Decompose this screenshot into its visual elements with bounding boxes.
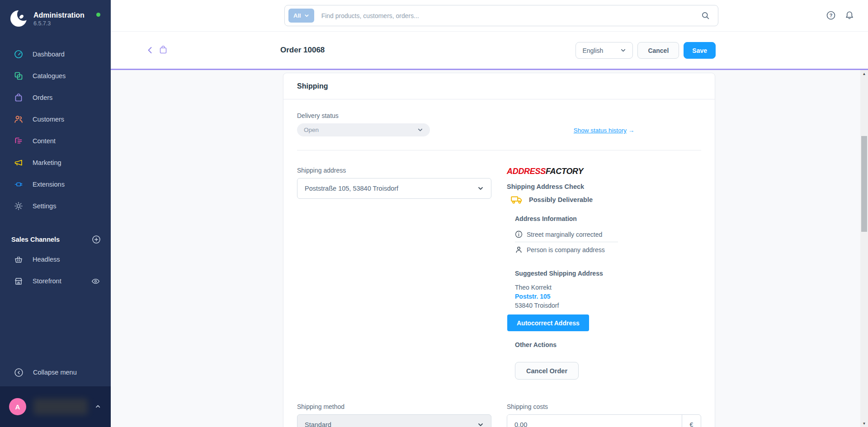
sidebar-item-label: Content bbox=[33, 137, 56, 145]
collapse-menu-label: Collapse menu bbox=[33, 369, 77, 376]
sidebar-item-headless[interactable]: Headless bbox=[0, 249, 111, 270]
sidebar: Administration 6.5.7.3 Dashboard Catalog… bbox=[0, 0, 111, 427]
addressfactory-logo-part1: ADDRESS bbox=[507, 167, 546, 176]
global-search: All bbox=[284, 5, 718, 26]
shipping-card-body: Delivery status Open Show status history… bbox=[283, 99, 715, 427]
addressfactory-panel: ADDRESSFACTORY Shipping Address Check Po… bbox=[507, 167, 701, 380]
shopware-logo-icon bbox=[9, 9, 28, 28]
user-menu[interactable]: A bbox=[0, 386, 111, 427]
sidebar-item-extensions[interactable]: Extensions bbox=[0, 174, 111, 195]
chevron-down-icon bbox=[477, 422, 484, 427]
delivery-status-select[interactable]: Open bbox=[297, 123, 430, 136]
address-check-title: Shipping Address Check bbox=[507, 183, 701, 190]
shipping-address-row: Shipping address Poststraße 105, 53840 T… bbox=[297, 167, 701, 380]
topbar: All ? bbox=[111, 0, 868, 32]
sidebar-item-label: Marketing bbox=[33, 159, 61, 166]
marketing-icon bbox=[14, 158, 23, 167]
scrollbar-thumb[interactable] bbox=[861, 136, 867, 232]
autocorrect-address-button[interactable]: Autocorrect Address bbox=[507, 314, 589, 331]
cancel-button[interactable]: Cancel bbox=[637, 42, 679, 59]
link-arrow: → bbox=[628, 127, 635, 134]
sidebar-header: Administration 6.5.7.3 bbox=[0, 0, 111, 32]
shipping-method-label: Shipping method bbox=[297, 403, 491, 410]
app-title-block: Administration 6.5.7.3 bbox=[33, 9, 85, 27]
user-name-redacted bbox=[33, 399, 88, 415]
sidebar-item-label: Customers bbox=[33, 116, 64, 123]
show-status-history-link[interactable]: Show status history → bbox=[574, 127, 634, 134]
sidebar-item-label: Extensions bbox=[33, 181, 65, 188]
chevron-down-icon bbox=[417, 127, 423, 133]
sidebar-item-customers[interactable]: Customers bbox=[0, 108, 111, 130]
truck-icon bbox=[511, 195, 523, 204]
search-input[interactable] bbox=[321, 12, 694, 19]
address-information-title: Address Information bbox=[515, 215, 701, 222]
scroll-up-button[interactable]: ▲ bbox=[860, 70, 868, 77]
delivery-status-value: Open bbox=[304, 127, 319, 133]
shipping-address-label: Shipping address bbox=[297, 167, 491, 174]
sidebar-item-orders[interactable]: Orders bbox=[0, 87, 111, 108]
shipping-method-field: Shipping method Standard bbox=[297, 403, 491, 427]
show-status-history-label: Show status history bbox=[574, 127, 627, 134]
sidebar-item-settings[interactable]: Settings bbox=[0, 195, 111, 217]
search-icon[interactable] bbox=[701, 11, 710, 20]
storefront-icon bbox=[14, 277, 23, 286]
sales-channels-label: Sales Channels bbox=[11, 236, 60, 243]
shipping-address-select[interactable]: Poststraße 105, 53840 Troisdorf bbox=[297, 178, 491, 199]
scroll-down-button[interactable]: ▼ bbox=[860, 420, 868, 427]
sidebar-item-storefront[interactable]: Storefront bbox=[0, 270, 111, 292]
chevron-left-circle-icon bbox=[14, 368, 24, 377]
shipping-address-value: Poststraße 105, 53840 Troisdorf bbox=[305, 185, 398, 192]
smartbar-actions: English Cancel Save bbox=[576, 42, 716, 59]
shipping-address-field: Shipping address Poststraße 105, 53840 T… bbox=[297, 167, 491, 380]
suggested-city: 53840 Troisdorf bbox=[515, 301, 701, 310]
notifications-bell-icon[interactable] bbox=[844, 10, 854, 20]
address-information-section: Address Information Street marginally co… bbox=[515, 215, 701, 380]
eye-icon[interactable] bbox=[91, 277, 100, 286]
info-item-text: Street marginally corrected bbox=[527, 231, 602, 238]
sidebar-item-content[interactable]: Content bbox=[0, 130, 111, 152]
search-filter-label: All bbox=[293, 12, 301, 19]
suggested-address-title: Suggested Shipping Address bbox=[515, 270, 701, 277]
list-item: Person is company address bbox=[515, 242, 618, 257]
deliverability-status: Possibly Deliverable bbox=[507, 195, 701, 204]
help-icon[interactable]: ? bbox=[826, 10, 836, 20]
shipping-costs-field: Shipping costs € bbox=[507, 403, 701, 427]
orders-icon bbox=[14, 93, 23, 102]
basket-icon bbox=[14, 255, 23, 264]
shipping-card-header: Shipping bbox=[283, 73, 715, 99]
collapse-menu-button[interactable]: Collapse menu bbox=[0, 361, 111, 384]
shipping-method-select[interactable]: Standard bbox=[297, 414, 491, 427]
sidebar-nav: Dashboard Catalogues Orders Customers bbox=[0, 43, 111, 217]
list-item: Street marginally corrected bbox=[515, 227, 618, 242]
language-select[interactable]: English bbox=[576, 42, 633, 59]
sidebar-item-catalogues[interactable]: Catalogues bbox=[0, 65, 111, 87]
chevron-down-icon bbox=[477, 185, 484, 192]
online-status-dot bbox=[96, 13, 100, 17]
content-area: Shipping Delivery status Open bbox=[111, 70, 868, 427]
sidebar-item-label: Dashboard bbox=[33, 51, 65, 58]
shipping-costs-label: Shipping costs bbox=[507, 403, 701, 410]
suggested-address: Theo Korrekt Poststr. 105 53840 Troisdor… bbox=[515, 283, 701, 310]
search-filter-dropdown[interactable]: All bbox=[288, 9, 314, 23]
shipping-card-title: Shipping bbox=[297, 82, 328, 90]
person-icon bbox=[515, 246, 523, 253]
add-sales-channel-button[interactable] bbox=[92, 235, 101, 244]
back-button[interactable] bbox=[146, 46, 155, 55]
cancel-order-button[interactable]: Cancel Order bbox=[515, 362, 579, 380]
sidebar-item-dashboard[interactable]: Dashboard bbox=[0, 43, 111, 65]
app-title: Administration bbox=[33, 9, 85, 19]
main-area: All ? bbox=[111, 0, 868, 427]
deliverability-label: Possibly Deliverable bbox=[529, 196, 593, 203]
save-button[interactable]: Save bbox=[684, 42, 716, 59]
chevron-up-icon[interactable] bbox=[95, 403, 101, 410]
language-select-value: English bbox=[582, 47, 603, 54]
other-actions-title: Other Actions bbox=[515, 341, 701, 348]
status-history-cell: Show status history → bbox=[507, 112, 701, 136]
shipping-costs-input[interactable] bbox=[507, 415, 682, 427]
sidebar-item-label: Catalogues bbox=[33, 72, 66, 80]
sidebar-item-label: Orders bbox=[33, 94, 52, 101]
sidebar-item-marketing[interactable]: Marketing bbox=[0, 152, 111, 174]
shipping-card: Shipping Delivery status Open bbox=[283, 73, 715, 427]
settings-icon bbox=[14, 202, 23, 211]
shipping-method-value: Standard bbox=[305, 421, 331, 427]
